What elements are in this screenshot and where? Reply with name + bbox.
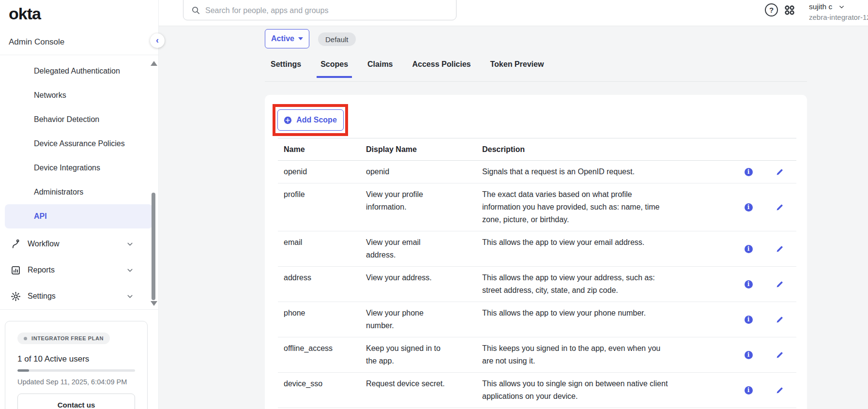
sidebar-item-networks[interactable]: Networks: [5, 83, 152, 107]
main-content: Active Default SettingsScopesClaimsAcces…: [159, 26, 868, 409]
sidebar-item-device-integrations[interactable]: Device Integrations: [5, 156, 152, 180]
info-icon[interactable]: i: [745, 203, 753, 212]
scope-display-name: View your phone number.: [360, 307, 476, 332]
table-row-openid: openidopenidSignals that a request is an…: [278, 161, 796, 183]
sidebar: okta Admin Console Delegated Authenticat…: [0, 0, 159, 409]
table-row-address: addressView your address.This allows the…: [278, 267, 796, 302]
info-icon[interactable]: i: [745, 351, 753, 359]
plan-status-dot: [24, 337, 27, 340]
help-icon[interactable]: [765, 3, 778, 16]
chevron-down-icon: [838, 3, 845, 11]
org-name: zebra-integrator-12: [809, 13, 868, 21]
okta-logo: okta: [0, 0, 158, 23]
sidebar-item-behavior-detection[interactable]: Behavior Detection: [5, 107, 152, 132]
search-input[interactable]: [205, 6, 449, 15]
scope-description: This allows the app to view your address…: [476, 272, 734, 297]
scope-description: Signals that a request is an OpenID requ…: [476, 166, 734, 178]
edit-pencil-icon[interactable]: [776, 168, 784, 176]
scope-display-name: Keep you signed in to the app.: [360, 342, 476, 367]
scope-display-name: View your address.: [360, 272, 476, 297]
global-search[interactable]: [183, 0, 457, 20]
scope-name: phone: [278, 307, 360, 332]
sidebar-item-device-assurance-policies[interactable]: Device Assurance Policies: [5, 132, 152, 156]
user-menu[interactable]: sujith c zebra-integrator-12: [809, 2, 868, 21]
column-header-name: Name: [278, 143, 360, 156]
scope-name: offline_access: [278, 342, 360, 367]
scope-name: profile: [278, 188, 360, 226]
tab-settings[interactable]: Settings: [267, 60, 305, 78]
info-icon[interactable]: i: [745, 280, 753, 288]
scopes-table: Name Display Name Description openidopen…: [278, 138, 796, 408]
table-row-email: emailView your email address.This allows…: [278, 231, 796, 267]
tab-token-preview[interactable]: Token Preview: [486, 60, 548, 78]
edit-pencil-icon[interactable]: [776, 245, 784, 253]
sidebar-sections: WorkflowReportsSettings: [0, 231, 158, 309]
scope-display-name: View your profile information.: [360, 188, 476, 226]
sidebar-section-settings[interactable]: Settings: [0, 283, 158, 309]
info-icon[interactable]: i: [745, 245, 753, 253]
reports-icon: [11, 265, 21, 275]
scope-description: This keeps you signed in to the app, eve…: [476, 342, 734, 367]
table-row-offline-access: offline_accessKeep you signed in to the …: [278, 337, 796, 373]
sidebar-section-reports[interactable]: Reports: [0, 257, 158, 283]
sidebar-scroll-up-arrow[interactable]: [151, 61, 157, 66]
table-row-phone: phoneView your phone number.This allows …: [278, 302, 796, 337]
scope-display-name: View your email address.: [360, 236, 476, 261]
workflow-icon: [11, 239, 21, 249]
active-users-progress-fill: [17, 369, 29, 372]
default-badge: Default: [318, 32, 356, 46]
chevron-down-icon: [126, 292, 134, 301]
plus-circle-icon: [284, 116, 292, 124]
scope-description: The exact data varies based on what prof…: [476, 188, 734, 226]
add-scope-button[interactable]: Add Scope: [277, 109, 344, 131]
info-icon[interactable]: i: [745, 386, 753, 394]
contact-us-button[interactable]: Contact us: [17, 394, 135, 409]
status-dropdown[interactable]: Active: [265, 29, 309, 48]
sidebar-scroll-down-arrow[interactable]: [151, 301, 157, 306]
table-body: openidopenidSignals that a request is an…: [278, 161, 796, 408]
annotation-highlight-box: Add Scope: [273, 104, 348, 136]
tab-access-policies[interactable]: Access Policies: [409, 60, 475, 78]
sidebar-scrollbar[interactable]: [152, 193, 155, 300]
chevron-down-icon: [126, 266, 134, 274]
tab-claims[interactable]: Claims: [364, 60, 396, 78]
tab-scopes[interactable]: Scopes: [317, 60, 352, 78]
table-header: Name Display Name Description: [278, 138, 796, 161]
scope-name: email: [278, 236, 360, 261]
active-users-count: 1 of 10 Active users: [17, 354, 135, 364]
edit-pencil-icon[interactable]: [776, 351, 784, 359]
table-row-device-sso: device_ssoRequest device secret.This all…: [278, 373, 796, 408]
scope-name: device_sso: [278, 378, 360, 403]
sidebar-item-api[interactable]: API: [5, 204, 152, 228]
console-title: Admin Console: [0, 23, 158, 55]
info-icon[interactable]: i: [745, 316, 753, 324]
sidebar-collapse-button[interactable]: [150, 33, 165, 48]
sidebar-item-administrators[interactable]: Administrators: [5, 180, 152, 204]
chevron-down-icon: [126, 240, 134, 248]
scope-display-name: openid: [360, 166, 476, 178]
plan-card: INTEGRATOR FREE PLAN 1 of 10 Active user…: [5, 321, 148, 409]
scope-display-name: Request device secret.: [360, 378, 476, 403]
edit-pencil-icon[interactable]: [776, 386, 784, 394]
sidebar-section-label: Reports: [28, 266, 55, 274]
active-users-progress: [17, 369, 135, 372]
plan-badge: INTEGRATOR FREE PLAN: [17, 333, 110, 344]
edit-pencil-icon[interactable]: [776, 280, 784, 288]
tab-bar: SettingsScopesClaimsAccess PoliciesToken…: [267, 60, 548, 78]
scope-description: This allows the app to view your phone n…: [476, 307, 734, 332]
scope-description: This allows you to single sign on betwee…: [476, 378, 734, 403]
edit-pencil-icon[interactable]: [776, 203, 784, 212]
column-header-display-name: Display Name: [360, 143, 476, 156]
sidebar-divider: [0, 309, 158, 310]
sidebar-section-workflow[interactable]: Workflow: [0, 231, 158, 257]
caret-down-icon: [298, 37, 303, 40]
table-row-profile: profileView your profile information.The…: [278, 183, 796, 231]
apps-grid-icon[interactable]: [783, 3, 796, 17]
sidebar-item-delegated-authentication[interactable]: Delegated Authentication: [5, 59, 152, 83]
sidebar-section-label: Settings: [28, 292, 56, 301]
edit-pencil-icon[interactable]: [776, 316, 784, 324]
search-icon: [191, 6, 200, 15]
settings-icon: [11, 291, 21, 302]
info-icon[interactable]: i: [745, 168, 753, 176]
scopes-card: Add Scope Name Display Name Description …: [265, 95, 807, 409]
